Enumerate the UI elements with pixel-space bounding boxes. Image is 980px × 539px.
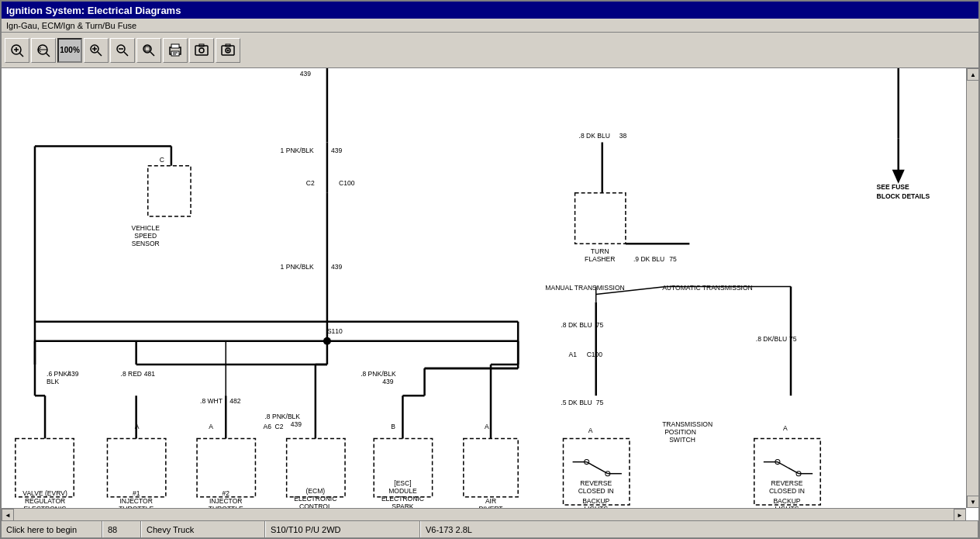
zoom-window-button[interactable] (136, 38, 161, 63)
zoom-out-mag-button[interactable] (110, 38, 135, 63)
svg-line-5 (47, 53, 50, 57)
svg-text:439: 439 (331, 147, 342, 154)
svg-text:ELECTRONIC: ELECTRONIC (381, 495, 424, 503)
subtitle-bar: Ign-Gau, ECM/Ign & Turn/Bu Fuse (2, 19, 978, 33)
svg-text:A: A (209, 423, 213, 430)
svg-text:SPEED: SPEED (134, 232, 157, 240)
scroll-track-vertical[interactable] (967, 81, 978, 496)
svg-rect-124 (575, 193, 626, 244)
svg-text:.8 RED: .8 RED (121, 370, 143, 378)
svg-text:C: C (160, 156, 164, 164)
zoom-in-plus-button[interactable] (5, 38, 29, 63)
zoom-100-button[interactable]: 100% (57, 38, 82, 63)
svg-text:FLASHER: FLASHER (585, 255, 615, 263)
svg-text:482: 482 (229, 397, 240, 405)
svg-text:439: 439 (291, 420, 302, 428)
content-area: text { font-family: Arial, sans-serif; f… (2, 68, 978, 520)
svg-text:75: 75 (669, 255, 677, 263)
svg-rect-143 (563, 438, 629, 504)
svg-text:[ESC]: [ESC] (394, 479, 411, 487)
svg-text:S110: S110 (327, 327, 343, 335)
svg-text:439: 439 (331, 263, 342, 271)
svg-text:INJECTOR: INJECTOR (119, 497, 153, 505)
diagram-canvas[interactable]: text { font-family: Arial, sans-serif; f… (2, 68, 978, 520)
zoom-fit-button[interactable] (31, 38, 56, 63)
page-number-segment: 88 (102, 521, 141, 537)
svg-text:#1: #1 (133, 489, 140, 497)
window-title: Ignition System: Electrical Diagrams (6, 5, 181, 16)
svg-rect-18 (145, 47, 150, 51)
svg-text:A: A (588, 427, 593, 434)
svg-text:38: 38 (619, 132, 627, 140)
svg-rect-20 (171, 44, 179, 48)
svg-text:REVERSE: REVERSE (580, 479, 612, 487)
svg-text:A: A (783, 424, 788, 432)
svg-rect-161 (754, 438, 820, 504)
print-button[interactable] (163, 38, 188, 63)
screenshot1-button[interactable] (189, 38, 214, 63)
svg-marker-175 (892, 170, 905, 184)
status-bar: Click here to begin 88 Chevy Truck S10/T… (2, 520, 978, 537)
svg-text:.8 DK BLU: .8 DK BLU (561, 321, 592, 329)
svg-text:75: 75 (596, 321, 604, 329)
svg-text:VEHICLE: VEHICLE (131, 224, 160, 232)
svg-text:BLOCK DETAILS: BLOCK DETAILS (877, 192, 930, 200)
vehicle-segment: Chevy Truck (141, 521, 265, 537)
svg-rect-21 (171, 51, 179, 56)
svg-text:C100: C100 (587, 351, 603, 358)
start-button[interactable]: Click here to begin (2, 521, 102, 537)
scroll-up-button[interactable]: ▲ (967, 68, 978, 81)
svg-text:BLK: BLK (47, 378, 59, 385)
horizontal-scrollbar[interactable]: ◄ ► (2, 508, 966, 520)
svg-text:CLOSED IN: CLOSED IN (769, 487, 805, 495)
svg-text:MANUAL TRANSMISSION: MANUAL TRANSMISSION (545, 284, 624, 292)
svg-text:439: 439 (300, 70, 311, 78)
svg-text:TRANSMISSION: TRANSMISSION (662, 420, 713, 428)
svg-line-10 (98, 52, 102, 56)
svg-text:CLOSED IN: CLOSED IN (578, 487, 614, 495)
vehicle-label: Chevy Truck (147, 525, 194, 534)
svg-text:A6: A6 (263, 423, 271, 430)
svg-text:C2: C2 (306, 179, 315, 187)
svg-text:481: 481 (144, 370, 155, 378)
svg-text:C2: C2 (275, 423, 284, 430)
scroll-right-button[interactable]: ► (954, 509, 966, 520)
svg-text:BACKUP: BACKUP (773, 497, 800, 505)
vertical-scrollbar[interactable]: ▲ ▼ (966, 68, 978, 508)
svg-text:.8 DK/BLU: .8 DK/BLU (756, 335, 787, 343)
svg-text:.9 DK BLU: .9 DK BLU (633, 255, 664, 263)
toolbar: 100% (2, 33, 978, 68)
model-segment: S10/T10 P/U 2WD (265, 521, 420, 537)
svg-text:AIR: AIR (485, 497, 496, 505)
screenshot2-button[interactable] (216, 38, 240, 63)
svg-rect-24 (195, 46, 208, 55)
svg-text:BACKUP: BACKUP (582, 497, 609, 505)
svg-text:A: A (485, 423, 489, 430)
zoom-in-mag-button[interactable] (84, 38, 109, 63)
svg-text:VALVE (EVRV): VALVE (EVRV) (22, 489, 67, 497)
svg-text:#2: #2 (222, 489, 229, 497)
svg-text:SEE FUSE: SEE FUSE (877, 183, 910, 191)
title-bar: Ignition System: Electrical Diagrams (2, 2, 978, 19)
model-label: S10/T10 P/U 2WD (271, 525, 340, 534)
scroll-left-button[interactable]: ◄ (2, 509, 14, 520)
svg-line-17 (150, 52, 154, 56)
scroll-track-horizontal[interactable] (14, 509, 954, 520)
svg-text:A1: A1 (569, 351, 578, 358)
svg-text:439: 439 (382, 378, 393, 385)
svg-text:REGULATOR: REGULATOR (25, 497, 65, 505)
svg-text:.5 DK BLU: .5 DK BLU (561, 399, 592, 406)
scroll-down-button[interactable]: ▼ (967, 496, 978, 508)
svg-rect-81 (197, 438, 255, 496)
page-number: 88 (108, 525, 117, 534)
engine-label: V6-173 2.8L (426, 525, 472, 534)
svg-rect-58 (16, 438, 74, 496)
svg-text:SENSOR: SENSOR (132, 240, 160, 247)
svg-text:B: B (391, 423, 395, 430)
svg-text:MODULE: MODULE (388, 487, 417, 495)
engine-segment: V6-173 2.8L (420, 521, 978, 537)
svg-text:AUTOMATIC TRANSMISSION: AUTOMATIC TRANSMISSION (662, 284, 753, 292)
svg-text:TURN: TURN (591, 247, 609, 255)
svg-text:ELECTRONIC: ELECTRONIC (294, 495, 336, 503)
svg-text:75: 75 (596, 399, 604, 406)
